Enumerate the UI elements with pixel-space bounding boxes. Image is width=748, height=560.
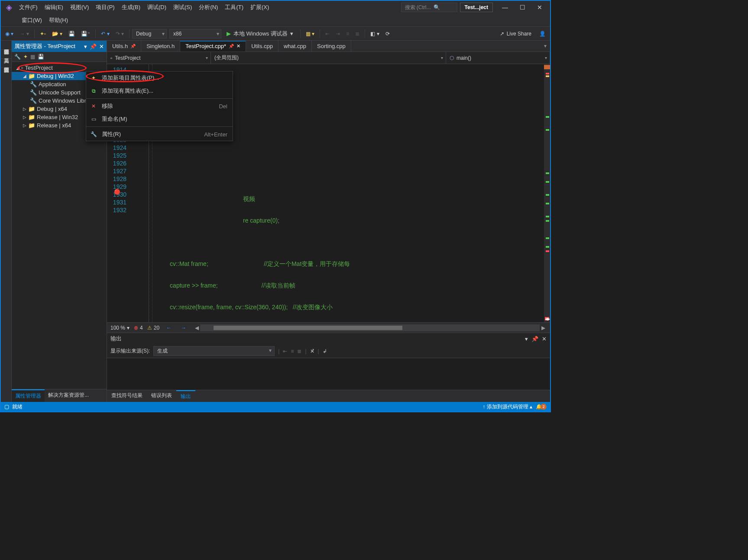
output-tb-icon[interactable]: ↲: [323, 348, 327, 354]
menu-project[interactable]: 项目(P): [92, 2, 118, 13]
toolbar-icon-3[interactable]: ⇥: [333, 29, 343, 39]
close-tab-icon[interactable]: ✕: [236, 43, 240, 49]
tab-output[interactable]: 输出: [176, 390, 195, 402]
source-control-button[interactable]: ↑ 添加到源代码管理 ▴: [482, 403, 532, 411]
minimize-button[interactable]: ―: [496, 2, 514, 13]
output-tb-icon[interactable]: ✕̄: [310, 348, 314, 354]
dropdown-icon[interactable]: ▾: [84, 43, 87, 50]
menu-view[interactable]: 视图(V): [67, 2, 92, 13]
code-text: cv::Mat frame; //定义一个Mat变量，用于存储每: [156, 260, 350, 267]
save-sheet-icon[interactable]: 💾: [38, 54, 44, 60]
error-glyph-icon[interactable]: 🔴: [114, 189, 120, 195]
status-window-icon[interactable]: ▢: [4, 404, 9, 410]
toolbar-icon-1[interactable]: ▦ ▾: [303, 29, 317, 39]
toolbar-icon-2[interactable]: ⇤: [323, 29, 332, 39]
close-icon[interactable]: ✕: [542, 336, 547, 342]
menu-build[interactable]: 生成(B): [118, 2, 144, 13]
nav-forward-button[interactable]: → ▾: [17, 29, 31, 39]
output-tb-icon[interactable]: ⇤: [283, 348, 287, 354]
zoom-select[interactable]: 100 % ▾: [110, 325, 130, 331]
tab-property-manager[interactable]: 属性管理器: [12, 389, 45, 402]
error-count[interactable]: ⊗4: [134, 325, 143, 331]
menu-edit[interactable]: 编辑(E): [41, 2, 67, 13]
undo-button[interactable]: ↶ ▾: [98, 29, 112, 39]
maximize-button[interactable]: ☐: [514, 2, 531, 13]
doc-tab-5[interactable]: Sorting.cpp: [312, 41, 351, 52]
ctx-remove[interactable]: ✕ 移除 Del: [86, 100, 233, 113]
save-button[interactable]: 💾: [66, 29, 78, 39]
menu-test[interactable]: 测试(S): [170, 2, 195, 13]
toolbar-icon-6[interactable]: ◧ ▾: [368, 29, 382, 39]
start-debug-button[interactable]: ▶本地 Windows 调试器 ▾: [222, 29, 298, 39]
redo-button[interactable]: ↷ ▾: [113, 29, 126, 39]
toolbar-icon-7[interactable]: ⟳: [383, 29, 392, 39]
nav-next-icon[interactable]: →: [178, 325, 189, 331]
output-source-select[interactable]: 生成: [153, 346, 275, 356]
new-file-button[interactable]: ✦▫: [37, 29, 49, 39]
pin-icon[interactable]: 📌: [130, 44, 136, 49]
nav-prev-icon[interactable]: ←: [164, 325, 174, 331]
output-source-label: 显示输出来源(S):: [110, 347, 150, 355]
ctx-properties[interactable]: 🔧 属性(R) Alt+Enter: [86, 128, 233, 141]
doc-tab-3[interactable]: Utils.cpp: [246, 41, 278, 52]
config-select[interactable]: Debug: [132, 29, 167, 39]
scroll-right-icon[interactable]: ▶: [540, 325, 547, 331]
tab-overflow-icon[interactable]: ▾: [541, 41, 550, 52]
overview-ruler[interactable]: ◀▶: [544, 64, 550, 322]
nav-back-button[interactable]: ◉ ▾: [3, 29, 16, 39]
tab-error-list[interactable]: 错误列表: [147, 390, 176, 402]
tab-solution-explorer[interactable]: 解决方案资源管...: [45, 389, 92, 402]
toolbar-icon-5[interactable]: ≣: [353, 29, 362, 39]
doc-tab-1[interactable]: Singleton.h: [141, 41, 180, 52]
output-tb-icon[interactable]: ≣: [297, 348, 301, 354]
wrench-icon: 🔧: [90, 131, 97, 137]
doc-tab-0[interactable]: Utils.h📌: [107, 41, 141, 52]
ctx-add-new-sheet[interactable]: ✦ 添加新项目属性表(P)...: [86, 71, 233, 84]
dropdown-icon[interactable]: ▾: [525, 336, 528, 342]
pin-icon[interactable]: 📌: [90, 43, 97, 50]
menu-window[interactable]: 窗口(W): [18, 15, 45, 26]
menu-help[interactable]: 帮助(H): [45, 15, 71, 26]
save-all-button[interactable]: 💾⁺: [78, 29, 93, 39]
search-input[interactable]: 搜索 (Ctrl... 🔍: [401, 3, 457, 12]
pin-icon[interactable]: 📌: [229, 44, 234, 49]
pin-icon[interactable]: 📌: [531, 336, 538, 342]
rail-tab-team-explorer[interactable]: 团队资源管理器: [1, 59, 11, 68]
platform-select[interactable]: x86: [169, 29, 221, 39]
notifications-button[interactable]: 🔔2: [536, 404, 547, 410]
close-panel-icon[interactable]: ✕: [99, 43, 104, 50]
hscrollbar[interactable]: [200, 324, 540, 331]
rail-tab-server-explorer[interactable]: 服务器资源管理器: [1, 41, 11, 50]
wrench-icon[interactable]: 🔧: [14, 54, 21, 60]
nav-scope-select[interactable]: (全局范围): [211, 52, 446, 64]
output-tb-icon[interactable]: ≡: [291, 348, 294, 354]
panel-header[interactable]: 属性管理器 - TestProject ▾📌✕: [12, 41, 107, 52]
nav-project-select[interactable]: ▫ TestProject: [107, 52, 211, 64]
menu-tools[interactable]: 工具(T): [221, 2, 247, 13]
left-tool-rail: 服务器资源管理器 工具箱 团队资源管理器: [1, 41, 12, 402]
rename-icon: ▭: [90, 116, 97, 122]
menu-debug[interactable]: 调试(D): [144, 2, 170, 13]
menu-extensions[interactable]: 扩展(X): [247, 2, 272, 13]
menu-analyze[interactable]: 分析(N): [195, 2, 221, 13]
sparkle-icon[interactable]: ✦: [23, 54, 28, 60]
toolbar-icon-4[interactable]: ≡: [343, 29, 352, 39]
rail-tab-toolbox[interactable]: 工具箱: [1, 50, 11, 59]
account-icon[interactable]: 👤: [537, 29, 548, 39]
output-body[interactable]: [107, 358, 550, 390]
live-share-button[interactable]: ↗ Live Share: [495, 31, 536, 37]
menu-file[interactable]: 文件(F): [16, 2, 41, 13]
tab-find-symbols[interactable]: 查找符号结果: [107, 390, 147, 402]
warning-count[interactable]: ⚠20: [147, 325, 159, 331]
solution-title-tab[interactable]: Test...ject: [460, 3, 493, 12]
add-icon: ⧉: [90, 88, 97, 94]
doc-tab-2[interactable]: TestProject.cpp*📌✕: [180, 41, 246, 52]
scroll-left-icon[interactable]: ◀: [193, 325, 200, 331]
ctx-add-existing-sheet[interactable]: ⧉ 添加现有属性表(E)...: [86, 84, 233, 97]
nav-func-select[interactable]: ⬡ main(): [446, 52, 550, 64]
doc-tab-4[interactable]: what.cpp: [278, 41, 312, 52]
close-button[interactable]: ✕: [531, 2, 548, 13]
grid-icon[interactable]: ▦: [30, 54, 35, 60]
ctx-rename[interactable]: ▭ 重命名(M): [86, 113, 233, 126]
open-file-button[interactable]: 📂 ▾: [49, 29, 65, 39]
